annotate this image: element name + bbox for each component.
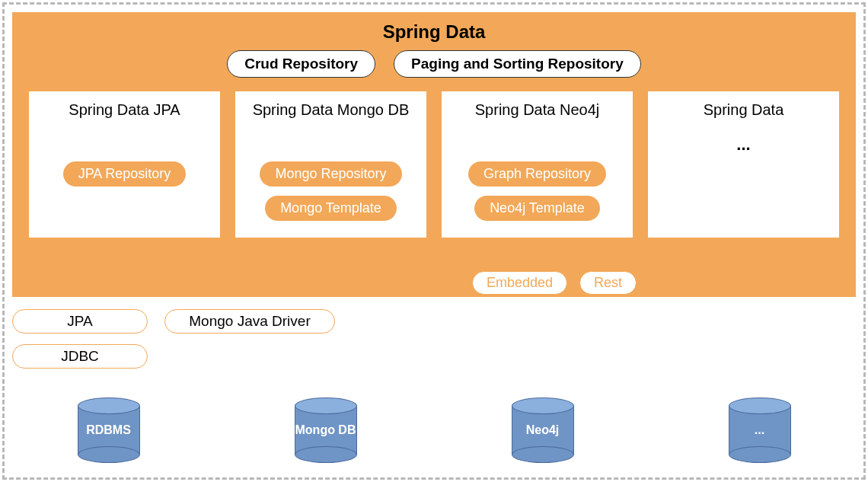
paging-sorting-repository-pill: Paging and Sorting Repository xyxy=(394,50,641,78)
modules-row: Spring Data JPA JPA Repository Spring Da… xyxy=(29,91,839,238)
db-slot-mongodb: Mongo DB xyxy=(217,397,434,474)
neo4j-embedded-pill: Embedded xyxy=(472,271,567,295)
crud-repository-pill: Crud Repository xyxy=(227,50,375,78)
database-row: RDBMS Mongo DB Neo4j ... xyxy=(0,397,868,474)
neo4j-template-pill: Neo4j Template xyxy=(474,196,600,221)
mongo-template-pill: Mongo Template xyxy=(265,196,397,221)
module-spring-data-mongodb: Spring Data Mongo DB Mongo Repository Mo… xyxy=(235,91,426,238)
db-slot-rdbms: RDBMS xyxy=(0,397,217,474)
module-spring-data-neo4j: Spring Data Neo4j Graph Repository Neo4j… xyxy=(442,91,633,238)
cylinder-icon: ... xyxy=(729,397,791,463)
neo4j-rest-pill: Rest xyxy=(579,271,637,295)
top-repositories-row: Crud Repository Paging and Sorting Repos… xyxy=(29,50,839,78)
module-more-ellipsis: ... xyxy=(659,135,828,155)
neo4j-transport-row: Embedded Rest xyxy=(472,271,637,295)
cylinder-icon: Mongo DB xyxy=(295,397,357,463)
module-spring-data-more: Spring Data ... xyxy=(648,91,839,238)
jpa-repository-pill: JPA Repository xyxy=(63,161,187,187)
db-label-rdbms: RDBMS xyxy=(62,423,155,437)
db-slot-more: ... xyxy=(651,397,868,474)
db-label-neo4j: Neo4j xyxy=(496,423,589,437)
mongo-java-driver-pill: Mongo Java Driver xyxy=(164,309,335,334)
module-title-neo4j: Spring Data Neo4j xyxy=(452,101,622,139)
module-spring-data-jpa: Spring Data JPA JPA Repository xyxy=(29,91,220,238)
spring-data-container: Spring Data Crud Repository Paging and S… xyxy=(12,12,856,297)
jdbc-driver-pill: JDBC xyxy=(12,344,148,369)
db-slot-neo4j: Neo4j xyxy=(434,397,651,474)
module-title-more: Spring Data xyxy=(659,101,828,120)
mongo-repository-pill: Mongo Repository xyxy=(260,161,401,187)
db-label-mongodb: Mongo DB xyxy=(279,423,372,437)
cylinder-icon: Neo4j xyxy=(512,397,574,463)
module-title-jpa: Spring Data JPA xyxy=(40,101,209,139)
db-label-more: ... xyxy=(713,423,806,437)
driver-pills: JPA Mongo Java Driver JDBC xyxy=(12,309,148,369)
jpa-driver-pill: JPA xyxy=(12,309,148,334)
spring-data-title: Spring Data xyxy=(29,21,839,43)
module-title-mongo: Spring Data Mongo DB xyxy=(246,101,416,139)
cylinder-icon: RDBMS xyxy=(78,397,140,463)
graph-repository-pill: Graph Repository xyxy=(468,161,606,187)
